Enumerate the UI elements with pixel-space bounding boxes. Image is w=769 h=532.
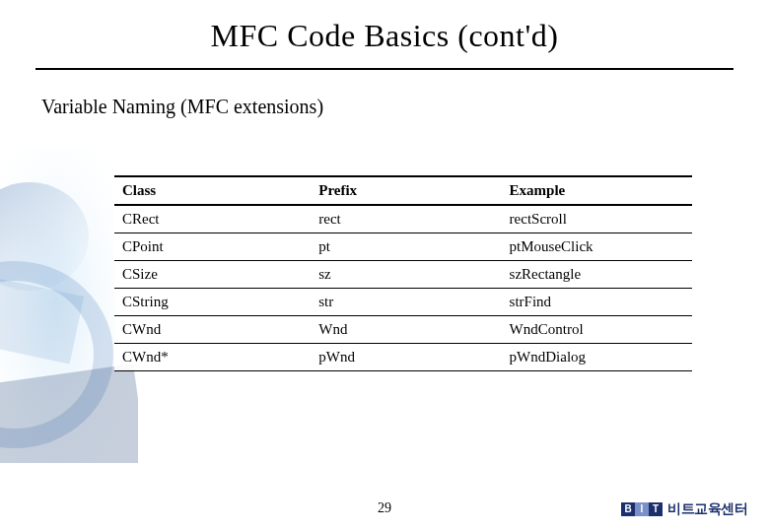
logo-letter: I [635, 502, 649, 516]
cell-prefix: sz [311, 261, 501, 289]
col-header-class: Class [114, 176, 311, 205]
brand-text: 비트교육센터 [667, 500, 747, 518]
cell-class: CWnd [114, 316, 311, 344]
table-row: CWnd* pWnd pWndDialog [114, 344, 692, 371]
cell-example: rectScroll [502, 205, 692, 233]
table-row: CString str strFind [114, 289, 692, 316]
section-subtitle: Variable Naming (MFC extensions) [41, 96, 734, 118]
brand-logo-icon: B I T [621, 502, 663, 516]
cell-prefix: str [311, 289, 501, 316]
cell-example: pWndDialog [502, 344, 692, 371]
cell-example: ptMouseClick [502, 233, 692, 261]
cell-prefix: Wnd [311, 316, 501, 344]
cell-prefix: pt [311, 233, 501, 261]
table-header-row: Class Prefix Example [114, 176, 692, 205]
cell-prefix: rect [311, 205, 501, 233]
table-row: CRect rect rectScroll [114, 205, 692, 233]
page-title: MFC Code Basics (cont'd) [35, 18, 734, 70]
footer-brand: B I T 비트교육센터 [621, 500, 747, 518]
col-header-prefix: Prefix [311, 176, 501, 205]
cell-class: CSize [114, 261, 311, 289]
logo-letter: T [649, 502, 663, 516]
table-row: CSize sz szRectangle [114, 261, 692, 289]
logo-letter: B [621, 502, 635, 516]
cell-class: CPoint [114, 233, 311, 261]
table-row: CWnd Wnd WndControl [114, 316, 692, 344]
col-header-example: Example [502, 176, 692, 205]
cell-example: szRectangle [502, 261, 692, 289]
cell-prefix: pWnd [311, 344, 501, 371]
cell-example: WndControl [502, 316, 692, 344]
naming-table: Class Prefix Example CRect rect rectScro… [114, 175, 692, 371]
cell-class: CWnd* [114, 344, 311, 371]
table-row: CPoint pt ptMouseClick [114, 233, 692, 261]
cell-class: CString [114, 289, 311, 316]
slide: MFC Code Basics (cont'd) Variable Naming… [0, 0, 769, 532]
naming-table-wrap: Class Prefix Example CRect rect rectScro… [114, 175, 692, 371]
cell-class: CRect [114, 205, 311, 233]
cell-example: strFind [502, 289, 692, 316]
